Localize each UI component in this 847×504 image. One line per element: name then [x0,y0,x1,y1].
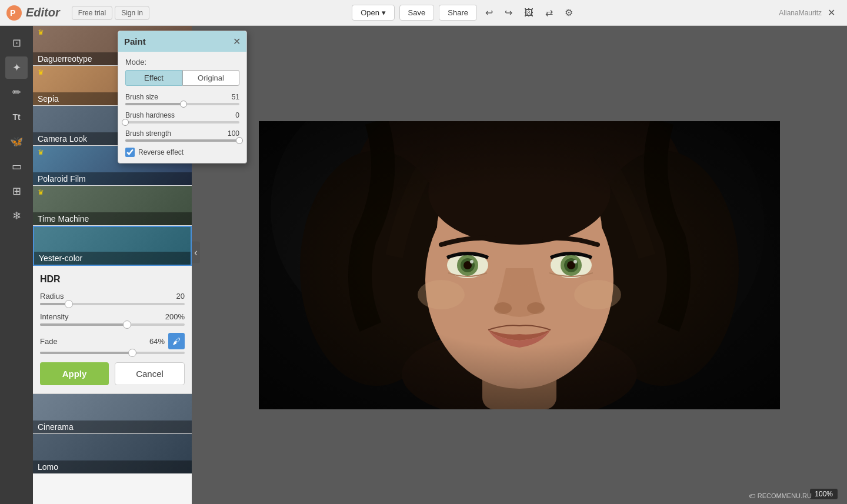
brush-strength-track[interactable] [125,139,239,142]
snowflake-tool[interactable]: ❄ [5,205,28,227]
brush-hardness-track[interactable] [125,121,239,124]
collapse-panel-button[interactable]: ‹ [192,241,200,263]
effect-lomo[interactable]: Lomo [33,434,192,474]
canvas-area [192,26,847,504]
effect-label: Cinerama [33,420,192,433]
intensity-label: Intensity [40,312,68,321]
toolbar-center: Open ▾ Save Share ↩ ↪ 🖼 ⇄ ⚙ [149,5,779,21]
frame-tool[interactable]: ▭ [5,155,28,178]
fade-label: Fade [40,337,58,346]
brush-size-track[interactable] [125,103,239,105]
brush-strength-label: Brush strength [125,129,171,138]
svg-text:P: P [10,8,15,18]
close-button[interactable]: ✕ [824,5,839,21]
intensity-slider-row: Intensity 200% [40,312,185,326]
reverse-effect-row: Reverse effect [125,148,239,157]
brush-tool[interactable]: ✏ [5,81,28,104]
effect-time-machine[interactable]: Time Machine ♛ [33,186,192,226]
recommenu-icon: 🏷 [749,492,755,499]
canvas-image [259,121,780,409]
apply-button[interactable]: Apply [40,362,109,385]
sign-in-button[interactable]: Sign in [115,6,149,20]
paint-dialog-title: Paint [124,36,146,46]
logo-area: P Editor [0,5,66,21]
brush-strength-row: Brush strength 100 [125,129,239,142]
crop-tool[interactable]: ⊡ [5,32,28,54]
action-buttons: Apply Cancel [40,362,185,385]
paint-close-button[interactable]: ✕ [233,36,241,47]
compare-button[interactable]: ⇄ [542,5,556,21]
fade-slider-row: Fade 64% 🖌 [40,333,185,354]
settings-button[interactable]: ⚙ [561,5,576,21]
grid-tool[interactable]: ⊞ [5,180,28,202]
mode-original-button[interactable]: Original [182,70,239,86]
brush-size-row: Brush size 51 [125,93,239,105]
free-trial-button[interactable]: Free trial [72,6,112,20]
cancel-button[interactable]: Cancel [115,362,185,385]
hdr-title: HDR [40,274,185,285]
crown-icon: ♛ [38,188,44,196]
logo-text: Editor [26,6,60,19]
effect-label: Polaroid Film [33,172,192,185]
crown-icon: ♛ [38,148,44,156]
top-bar-right: AlianaMauritz ✕ [779,5,847,21]
brush-hardness-row: Brush hardness 0 [125,111,239,124]
paint-brush-button[interactable]: 🖌 [168,333,185,349]
photo-svg [259,121,780,409]
paint-dialog: Paint ✕ Mode: Effect Original Brush size… [118,31,247,163]
top-nav: Free trial Sign in [66,6,149,20]
open-button[interactable]: Open ▾ [352,5,394,21]
text-tool[interactable]: Tt [5,106,28,128]
recommenu-text: RECOMMENU.RU [758,492,812,499]
brush-size-label: Brush size [125,93,158,101]
paint-dialog-body: Mode: Effect Original Brush size 51 Brus… [118,52,246,163]
image-compare-button[interactable]: 🖼 [521,5,537,21]
mode-toggle: Effect Original [125,70,239,86]
radius-slider-row: Radius 20 [40,292,185,305]
brush-hardness-label: Brush hardness [125,111,175,119]
brush-strength-value: 100 [228,129,239,138]
paint-dialog-header: Paint ✕ [118,31,246,52]
reverse-effect-label: Reverse effect [138,148,184,156]
mode-effect-button[interactable]: Effect [125,70,182,86]
crown-icon: ♛ [38,28,44,36]
radius-track[interactable] [40,303,185,305]
svg-rect-27 [259,121,780,409]
effect-yester-color[interactable]: Yester-color [33,226,192,266]
hdr-settings: HDR Radius 20 Intensity 200% [33,266,192,394]
butterfly-tool[interactable]: 🦋 [5,131,28,153]
brush-size-value: 51 [232,93,239,101]
recommenu-badge: 🏷 RECOMMENU.RU [749,492,812,499]
effect-cinerama[interactable]: Cinerama [33,394,192,434]
magic-wand-tool[interactable]: ✦ [5,56,28,79]
fade-track[interactable] [40,352,185,354]
intensity-value: 200% [165,312,185,321]
undo-button[interactable]: ↩ [482,5,496,21]
logo-icon: P [6,5,22,21]
zoom-value: 100% [815,490,833,498]
top-bar: P Editor Free trial Sign in Open ▾ Save … [0,0,847,26]
redo-button[interactable]: ↪ [501,5,516,21]
radius-label: Radius [40,292,64,301]
crown-icon: ♛ [38,68,44,76]
fade-value: 64% [149,337,165,346]
reverse-effect-checkbox[interactable] [125,148,135,157]
save-button[interactable]: Save [399,5,435,21]
tool-sidebar: ⊡ ✦ ✏ Tt 🦋 ▭ ⊞ ❄ [0,26,33,504]
brush-hardness-value: 0 [235,111,239,119]
effect-label: Time Machine [33,212,192,225]
zoom-badge: 100% [810,489,838,499]
effect-label: Yester-color [34,252,191,265]
share-button[interactable]: Share [439,5,477,21]
mode-label: Mode: [125,58,239,66]
username-label: AlianaMauritz [779,9,822,17]
radius-value: 20 [176,292,185,301]
effect-label: Lomo [33,460,192,473]
intensity-track[interactable] [40,323,185,326]
